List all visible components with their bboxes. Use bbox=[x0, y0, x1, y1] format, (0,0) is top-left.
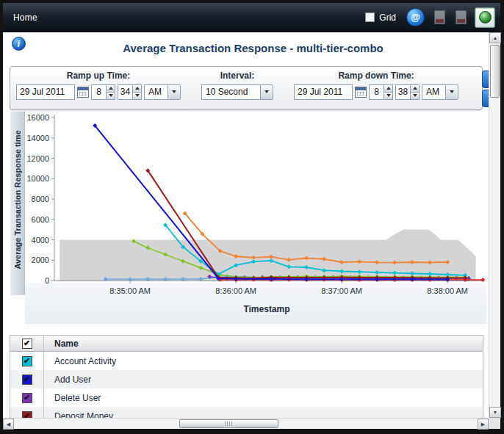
ramp-up-ampm-dropdown[interactable]: AM bbox=[144, 84, 181, 100]
x-axis-title: Timestamp bbox=[54, 304, 479, 314]
info-icon[interactable]: i bbox=[12, 37, 26, 51]
down-arrow-icon bbox=[109, 94, 113, 97]
y-tick-label: 6000 bbox=[32, 215, 49, 224]
x-tick-label: 8:37:00 AM bbox=[321, 286, 362, 295]
hour-up-button[interactable] bbox=[106, 84, 115, 93]
scrollbar-corner bbox=[489, 418, 500, 429]
main-panel: i Average Transaction Response - multi-t… bbox=[3, 32, 489, 418]
clipped-blue-button-bottom[interactable] bbox=[482, 90, 489, 107]
y-tick-label: 12000 bbox=[26, 154, 49, 163]
ramp-down-ampm-dropdown[interactable]: AM bbox=[422, 84, 458, 100]
series-checkbox[interactable]: ✔ bbox=[22, 375, 32, 385]
chart-panel: Average Transaction Response time 020004… bbox=[10, 112, 486, 332]
horizontal-scroll-thumb[interactable] bbox=[179, 419, 278, 428]
calendar-icon[interactable] bbox=[77, 87, 89, 98]
dropdown-button[interactable] bbox=[445, 84, 458, 100]
horizontal-scrollbar[interactable]: ◀ ▶ bbox=[3, 418, 489, 429]
series-checkbox[interactable]: ✔ bbox=[22, 356, 32, 366]
series-checkbox[interactable]: ✔ bbox=[22, 393, 32, 403]
interval-label: Interval: bbox=[201, 70, 273, 83]
up-arrow-icon bbox=[413, 87, 417, 90]
legend-header-row: ✔ Name bbox=[10, 336, 483, 352]
dropdown-button[interactable] bbox=[260, 84, 273, 100]
series-name: Delete User bbox=[44, 393, 101, 403]
y-tick-label: 8000 bbox=[32, 195, 49, 203]
ampm-value: AM bbox=[144, 84, 168, 100]
legend-body: ✔Account Activity✔Add User✔Delete User✔D… bbox=[10, 352, 483, 418]
down-arrow-icon bbox=[135, 94, 140, 97]
chevron-down-icon bbox=[450, 90, 454, 93]
minute-down-button[interactable] bbox=[410, 93, 420, 100]
export-doc-icon bbox=[453, 9, 469, 26]
ramp-up-hour-input[interactable] bbox=[91, 84, 106, 100]
pdf-fold-shape bbox=[443, 10, 447, 13]
series-checkbox-cell: ✔ bbox=[10, 352, 44, 370]
ramp-down-date-input[interactable] bbox=[294, 84, 353, 100]
series-checkbox-cell: ✔ bbox=[10, 388, 44, 407]
down-arrow-icon bbox=[386, 94, 391, 97]
scroll-up-button[interactable]: ▲ bbox=[489, 32, 501, 43]
ramp-down-hour-stepper bbox=[369, 84, 393, 100]
chevron-down-icon bbox=[172, 90, 176, 93]
ramp-down-group: Ramp down Time: AM bbox=[294, 70, 458, 109]
time-controls-panel: Ramp up Time: AM bbox=[10, 66, 483, 110]
ramp-up-minute-input[interactable] bbox=[118, 84, 132, 100]
ramp-up-date-input[interactable] bbox=[16, 84, 75, 100]
scroll-left-button[interactable]: ◀ bbox=[3, 419, 14, 430]
series-name: Deposit Money bbox=[44, 411, 113, 419]
email-at-icon[interactable]: @ bbox=[406, 8, 425, 26]
interval-dropdown[interactable]: 10 Second bbox=[201, 84, 273, 100]
up-arrow-icon bbox=[386, 87, 391, 90]
x-tick-label: 8:35:00 AM bbox=[109, 286, 151, 295]
table-row: ✔Account Activity bbox=[10, 352, 483, 370]
dropdown-button[interactable] bbox=[168, 84, 181, 100]
y-tick-label: 4000 bbox=[32, 236, 49, 245]
clipped-blue-button-top[interactable] bbox=[482, 70, 489, 88]
y-tick-label: 10000 bbox=[26, 174, 49, 183]
vertical-scroll-thumb[interactable] bbox=[490, 45, 500, 98]
hour-up-button[interactable] bbox=[384, 84, 393, 93]
interval-value: 10 Second bbox=[201, 84, 260, 100]
ramp-up-minute-stepper bbox=[118, 84, 142, 100]
vertical-scrollbar[interactable]: ▲ ▼ bbox=[489, 32, 500, 418]
table-row: ✔Add User bbox=[10, 370, 483, 388]
minute-down-button[interactable] bbox=[132, 93, 142, 100]
breadcrumb-home[interactable]: Home bbox=[13, 12, 37, 23]
record-target-button[interactable] bbox=[475, 7, 495, 28]
series-checkbox-cell: ✔ bbox=[10, 370, 44, 388]
title-row: i Average Transaction Response - multi-t… bbox=[3, 32, 489, 65]
export-pdf-icon bbox=[432, 9, 448, 26]
series-checkbox-cell: ✔ bbox=[10, 407, 44, 418]
hour-down-button[interactable] bbox=[384, 93, 393, 100]
ramp-down-minute-stepper bbox=[395, 84, 420, 100]
ramp-up-hour-stepper bbox=[91, 84, 115, 100]
minute-up-button[interactable] bbox=[410, 84, 420, 93]
x-tick-label: 8:38:00 AM bbox=[427, 286, 468, 295]
ramp-down-minute-input[interactable] bbox=[395, 84, 410, 100]
minute-up-button[interactable] bbox=[132, 84, 142, 93]
up-arrow-icon bbox=[135, 87, 140, 90]
down-arrow-icon bbox=[413, 94, 417, 97]
grid-checkbox[interactable] bbox=[365, 12, 375, 22]
app-window: Home Grid @ i Average Transac bbox=[0, 0, 504, 434]
y-tick-label: 14000 bbox=[26, 134, 49, 142]
ramp-down-hour-input[interactable] bbox=[369, 84, 384, 100]
table-row: ✔Delete User bbox=[10, 388, 483, 407]
pdf-mark-shape bbox=[436, 19, 444, 23]
series-checkbox[interactable]: ✔ bbox=[22, 411, 32, 419]
doc-mark-shape bbox=[457, 19, 465, 23]
window-content: Home Grid @ i Average Transac bbox=[3, 3, 500, 429]
scroll-right-button[interactable]: ▶ bbox=[478, 419, 489, 430]
select-all-cell: ✔ bbox=[10, 336, 44, 351]
select-all-checkbox[interactable]: ✔ bbox=[22, 339, 32, 349]
scroll-down-button[interactable]: ▼ bbox=[489, 407, 501, 418]
chart-svg: 02000400060008000100001200014000160008:3… bbox=[10, 112, 486, 332]
chevron-down-icon bbox=[264, 90, 269, 93]
up-arrow-icon bbox=[109, 87, 113, 90]
calendar-icon[interactable] bbox=[355, 87, 367, 98]
hour-down-button[interactable] bbox=[106, 93, 115, 100]
table-row: ✔Deposit Money bbox=[10, 407, 483, 418]
ramp-up-label: Ramp up Time: bbox=[16, 70, 181, 83]
ramp-down-label: Ramp down Time: bbox=[294, 70, 458, 83]
name-column-header[interactable]: Name bbox=[44, 339, 79, 349]
